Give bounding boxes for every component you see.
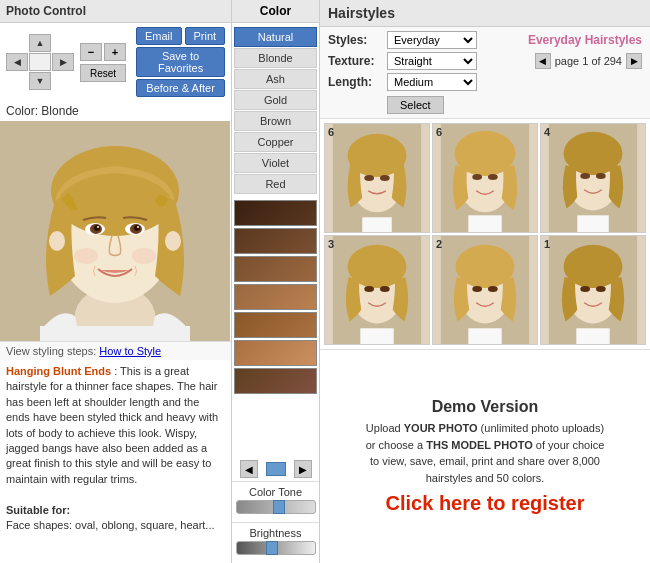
color-violet[interactable]: Violet [234,153,317,173]
before-after-btn[interactable]: Before & After [136,79,225,97]
left-panel: Photo Control ▲ ◀ ▶ ▼ − + Reset Email Pr… [0,0,232,563]
email-print-row: Email Print [136,27,225,45]
page-next-btn[interactable]: ▶ [626,53,642,69]
controls-left: Styles: Everyday Texture: Straight Lengt… [328,31,520,114]
middle-panel: Color Natural Blonde Ash Gold Brown Copp… [232,0,320,563]
action-buttons: Email Print Save to Favorites Before & A… [132,27,225,97]
brightness-track[interactable] [236,541,316,555]
styling-steps: View styling steps: How to Style [0,341,231,360]
svg-point-46 [488,286,498,292]
photo-control-nav: ▲ ◀ ▶ ▼ − + Reset Email Print Save to Fa… [0,23,231,101]
swatch-3[interactable] [234,256,317,282]
email-btn[interactable]: Email [136,27,182,45]
hair-thumb-3[interactable]: 3 [324,235,430,345]
zoom-minus-btn[interactable]: − [80,43,102,61]
svg-point-45 [472,286,482,292]
svg-point-34 [596,173,606,179]
hair-thumb-num-2: 2 [436,238,442,250]
nav-down-btn[interactable]: ▼ [29,72,51,90]
nav-right-btn[interactable]: ▶ [52,53,74,71]
styles-select[interactable]: Everyday [387,31,477,49]
color-tone-label: Color Tone [234,486,317,498]
color-gold[interactable]: Gold [234,90,317,110]
svg-rect-41 [360,328,393,344]
color-blonde[interactable]: Blonde [234,48,317,68]
select-btn[interactable]: Select [387,96,444,114]
swatch-6[interactable] [234,340,317,366]
how-to-style-link[interactable]: How to Style [99,345,161,357]
styling-steps-text: View styling steps: [6,345,96,357]
color-brown[interactable]: Brown [234,111,317,131]
face-shapes-text: Face shapes: oval, oblong, square, heart… [6,519,215,531]
hair-thumb-svg-2 [433,236,537,344]
hair-thumb-1[interactable]: 1 [540,235,646,345]
zoom-reset: − + Reset [80,43,126,82]
swatch-2[interactable] [234,228,317,254]
swatch-4[interactable] [234,284,317,310]
svg-point-28 [488,174,498,180]
color-tone-track[interactable] [236,500,316,514]
nav-left-btn[interactable]: ◀ [6,53,28,71]
svg-rect-35 [577,215,608,232]
zoom-plus-btn[interactable]: + [104,43,126,61]
svg-point-11 [134,225,140,231]
face-container [0,121,230,341]
hair-thumb-4[interactable]: 4 [540,123,646,233]
texture-row: Texture: Straight [328,52,520,70]
hair-thumb-num-6b: 6 [436,126,442,138]
demo-section: Demo Version Upload YOUR PHOTO (unlimite… [320,349,650,563]
nav-arrows: ▲ ◀ ▶ ▼ [6,34,74,90]
brightness-thumb[interactable] [266,541,278,555]
color-copper[interactable]: Copper [234,132,317,152]
reset-btn[interactable]: Reset [80,64,126,82]
swatch-5[interactable] [234,312,317,338]
save-favorites-btn[interactable]: Save to Favorites [136,47,225,77]
swatch-nav: ◀ ▶ [232,457,319,481]
swatch-7[interactable] [234,368,317,394]
swatch-next-btn[interactable]: ▶ [294,460,312,478]
svg-point-13 [137,226,139,228]
demo-line2: or choose a THS MODEL PHOTO of your choi… [366,439,605,451]
color-ash[interactable]: Ash [234,69,317,89]
color-tone-thumb[interactable] [273,500,285,514]
svg-point-21 [364,175,374,181]
color-swatches [232,198,319,457]
everyday-hairstyles-label: Everyday Hairstyles [528,33,642,47]
svg-point-40 [380,286,390,292]
brightness-section: Brightness [232,522,319,563]
svg-point-17 [165,231,181,251]
color-red[interactable]: Red [234,174,317,194]
swatch-prev-btn[interactable]: ◀ [240,460,258,478]
length-select[interactable]: Medium [387,73,477,91]
svg-point-33 [580,173,590,179]
demo-line4: hairstyles and 50 colors. [426,472,545,484]
nav-up-btn[interactable]: ▲ [29,34,51,52]
hairstyle-description: : This is a great hairstyle for a thinne… [6,365,218,485]
your-photo-bold: YOUR PHOTO [404,422,478,434]
svg-rect-3 [40,326,190,341]
svg-rect-47 [468,328,501,344]
model-svg [0,121,230,341]
hair-thumb-num-4: 4 [544,126,550,138]
svg-point-51 [580,286,590,292]
hairstyles-controls: Styles: Everyday Texture: Straight Lengt… [320,27,650,119]
hair-thumb-svg-6a [325,124,429,232]
hair-thumb-2[interactable]: 2 [432,235,538,345]
color-header: Color [232,0,319,23]
svg-point-22 [380,175,390,181]
color-label-text: Color: [6,104,38,118]
hair-thumb-svg-1 [541,236,645,344]
page-prev-btn[interactable]: ◀ [535,53,551,69]
svg-rect-29 [468,215,501,232]
hair-thumb-6b[interactable]: 6 [432,123,538,233]
zoom-row: − + [80,43,126,61]
print-btn[interactable]: Print [185,27,226,45]
color-value: Blonde [41,104,78,118]
color-natural[interactable]: Natural [234,27,317,47]
texture-select[interactable]: Straight [387,52,477,70]
register-link[interactable]: Click here to register [330,492,640,515]
swatch-1[interactable] [234,200,317,226]
texture-label: Texture: [328,54,383,68]
hair-thumb-6a[interactable]: 6 [324,123,430,233]
svg-point-14 [74,248,98,264]
